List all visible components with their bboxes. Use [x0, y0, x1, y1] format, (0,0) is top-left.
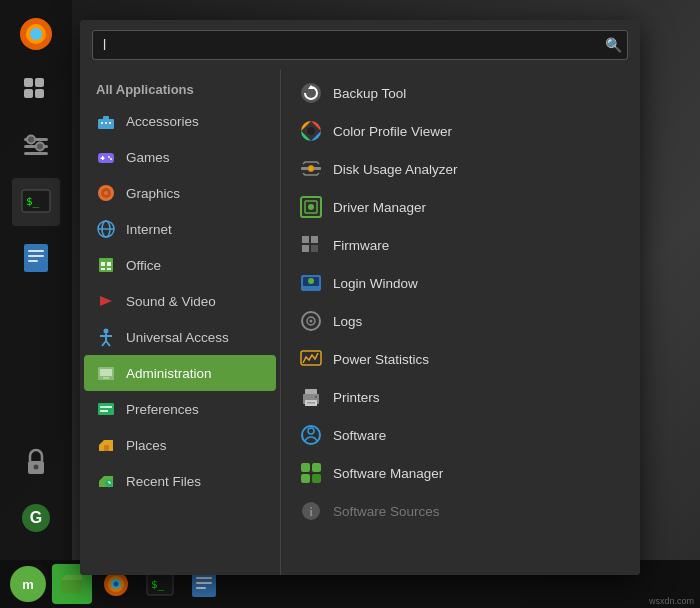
- app-backup-tool[interactable]: Backup Tool: [289, 74, 632, 112]
- svg-rect-104: [196, 577, 212, 579]
- svg-point-76: [308, 278, 314, 284]
- sidebar-item-sound-video[interactable]: Sound & Video: [84, 283, 276, 319]
- sidebar-item-graphics[interactable]: Graphics: [84, 175, 276, 211]
- sidebar-item-preferences[interactable]: Preferences: [84, 391, 276, 427]
- sidebar-firefox-icon[interactable]: [12, 10, 60, 58]
- sidebar-settings-icon[interactable]: [12, 122, 60, 170]
- svg-text:$_: $_: [151, 578, 165, 591]
- administration-icon: [96, 363, 116, 383]
- disk-usage-label: Disk Usage Analyzer: [333, 162, 458, 177]
- internet-label: Internet: [126, 222, 172, 237]
- software-manager-label: Software Manager: [333, 466, 443, 481]
- app-software-manager[interactable]: Software Manager: [289, 454, 632, 492]
- sidebar-item-administration[interactable]: Administration: [84, 355, 276, 391]
- all-applications-header: All Applications: [84, 74, 276, 103]
- svg-point-32: [108, 156, 110, 158]
- software-icon: [299, 423, 323, 447]
- svg-point-100: [114, 582, 119, 587]
- sidebar-apps-icon[interactable]: [12, 66, 60, 114]
- svg-rect-96: [61, 580, 82, 593]
- svg-text:$_: $_: [26, 195, 40, 208]
- svg-rect-43: [101, 268, 105, 270]
- svg-rect-52: [100, 369, 112, 376]
- login-window-icon: [299, 271, 323, 295]
- places-icon: [96, 435, 116, 455]
- svg-text:m: m: [22, 577, 34, 592]
- taskbar-mint-button[interactable]: m: [8, 564, 48, 604]
- svg-rect-106: [196, 587, 206, 589]
- backup-tool-label: Backup Tool: [333, 86, 406, 101]
- svg-rect-70: [302, 236, 309, 243]
- office-label: Office: [126, 258, 161, 273]
- mint-logo: m: [10, 566, 46, 602]
- app-software-sources: i Software Sources: [289, 492, 632, 530]
- svg-rect-9: [24, 152, 48, 155]
- app-driver-manager[interactable]: Driver Manager: [289, 188, 632, 226]
- svg-point-66: [308, 166, 314, 172]
- power-statistics-label: Power Statistics: [333, 352, 429, 367]
- recent-files-icon: [96, 471, 116, 491]
- app-disk-usage[interactable]: Disk Usage Analyzer: [289, 150, 632, 188]
- sidebar-item-internet[interactable]: Internet: [84, 211, 276, 247]
- app-firmware[interactable]: Firmware: [289, 226, 632, 264]
- watermark: wsxdn.com: [649, 596, 694, 606]
- app-color-profile-viewer[interactable]: Color Profile Viewer: [289, 112, 632, 150]
- driver-manager-label: Driver Manager: [333, 200, 426, 215]
- svg-rect-44: [107, 268, 111, 270]
- software-sources-icon: i: [299, 499, 323, 523]
- menu-content: All Applications Accessories: [80, 70, 640, 575]
- backup-tool-icon: [299, 81, 323, 105]
- svg-text:i: i: [309, 504, 313, 519]
- firmware-icon: [299, 233, 323, 257]
- universal-access-label: Universal Access: [126, 330, 229, 345]
- svg-rect-31: [101, 158, 105, 160]
- sidebar-item-office[interactable]: Office: [84, 247, 276, 283]
- app-software[interactable]: Software: [289, 416, 632, 454]
- color-profile-icon: [299, 119, 323, 143]
- sidebar-item-accessories[interactable]: Accessories: [84, 103, 276, 139]
- sidebar-terminal-icon[interactable]: $_: [12, 178, 60, 226]
- svg-rect-29: [98, 153, 114, 163]
- sidebar-grub-icon[interactable]: G: [12, 494, 60, 542]
- svg-text:G: G: [30, 509, 42, 526]
- svg-point-11: [36, 143, 44, 151]
- svg-rect-6: [35, 89, 44, 98]
- universal-access-icon: [96, 327, 116, 347]
- sidebar-lock-icon[interactable]: [12, 438, 60, 486]
- app-login-window[interactable]: Login Window: [289, 264, 632, 302]
- app-power-statistics[interactable]: Power Statistics: [289, 340, 632, 378]
- search-submit-icon[interactable]: 🔍: [605, 37, 622, 53]
- accessories-label: Accessories: [126, 114, 199, 129]
- svg-rect-26: [101, 122, 103, 124]
- internet-icon: [96, 219, 116, 239]
- sidebar-item-universal-access[interactable]: Universal Access: [84, 319, 276, 355]
- logs-icon: [299, 309, 323, 333]
- sidebar-item-places[interactable]: Places: [84, 427, 276, 463]
- sidebar-item-recent-files[interactable]: Recent Files: [84, 463, 276, 499]
- sidebar: $_ G: [0, 0, 72, 608]
- login-window-label: Login Window: [333, 276, 418, 291]
- search-input[interactable]: [92, 30, 628, 60]
- svg-rect-82: [305, 389, 317, 394]
- recent-files-label: Recent Files: [126, 474, 201, 489]
- svg-rect-5: [24, 89, 33, 98]
- svg-rect-105: [196, 582, 212, 584]
- printers-icon: [299, 385, 323, 409]
- app-printers[interactable]: Printers: [289, 378, 632, 416]
- sidebar-notes-icon[interactable]: [12, 234, 60, 282]
- svg-rect-53: [103, 377, 109, 379]
- svg-rect-15: [28, 250, 44, 252]
- search-wrapper: 🔍: [92, 30, 628, 60]
- sidebar-item-games[interactable]: Games: [84, 139, 276, 175]
- office-icon: [96, 255, 116, 275]
- svg-point-33: [110, 158, 112, 160]
- svg-rect-16: [28, 255, 44, 257]
- graphics-label: Graphics: [126, 186, 180, 201]
- app-logs[interactable]: Logs: [289, 302, 632, 340]
- games-label: Games: [126, 150, 170, 165]
- disk-usage-icon: [299, 157, 323, 181]
- administration-label: Administration: [126, 366, 212, 381]
- svg-rect-42: [107, 262, 111, 266]
- categories-panel: All Applications Accessories: [80, 70, 280, 575]
- svg-rect-27: [105, 122, 107, 124]
